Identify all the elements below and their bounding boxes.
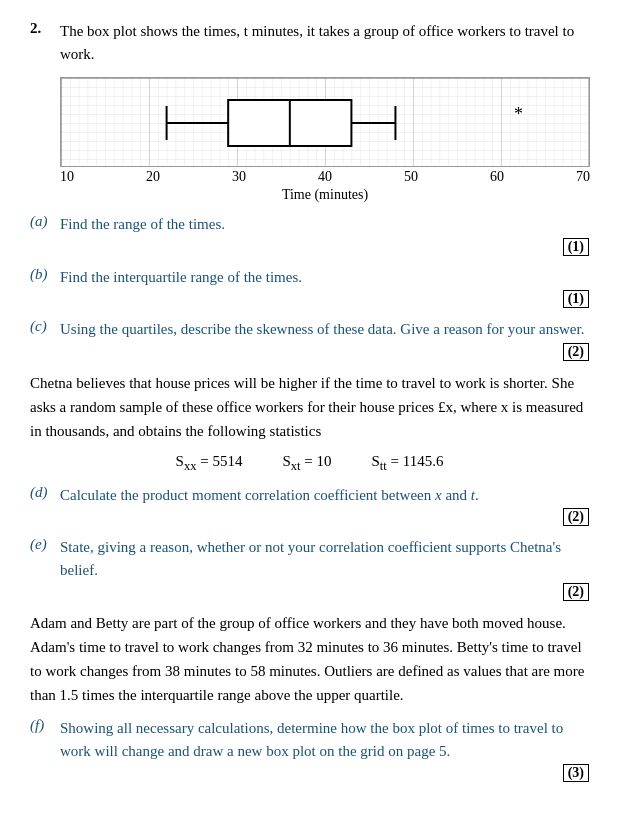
- part-f-label: (f): [30, 717, 60, 734]
- axis-label-40: 40: [318, 169, 332, 185]
- part-c-row: (c) Using the quartiles, describe the sk…: [30, 318, 589, 341]
- question-container: 2. The box plot shows the times, t minut…: [30, 20, 589, 782]
- part-b-text: Find the interquartile range of the time…: [60, 266, 589, 289]
- question-header: 2. The box plot shows the times, t minut…: [30, 20, 589, 65]
- part-e-row: (e) State, giving a reason, whether or n…: [30, 536, 589, 581]
- part-b-row: (b) Find the interquartile range of the …: [30, 266, 589, 289]
- part-c-marks-row: (2): [30, 343, 589, 361]
- question-intro: The box plot shows the times, t minutes,…: [60, 20, 589, 65]
- question-number: 2.: [30, 20, 50, 65]
- part-f-marks: (3): [563, 764, 589, 782]
- axis-labels: 10 20 30 40 50 60 70: [60, 167, 590, 187]
- boxplot-svg: *: [61, 78, 589, 167]
- axis-label-70: 70: [576, 169, 590, 185]
- part-f-marks-row: (3): [30, 764, 589, 782]
- boxplot-grid: *: [60, 77, 590, 167]
- axis-label-50: 50: [404, 169, 418, 185]
- part-a-row: (a) Find the range of the times.: [30, 213, 589, 236]
- boxplot-container: * 10 20 30 40 50 60 70 Time (minutes): [60, 77, 590, 203]
- part-a-label: (a): [30, 213, 60, 230]
- part-d-marks: (2): [563, 508, 589, 526]
- part-e-marks-row: (2): [30, 583, 589, 601]
- chetna-paragraph: Chetna believes that house prices will b…: [30, 371, 589, 443]
- axis-label-30: 30: [232, 169, 246, 185]
- part-c-label: (c): [30, 318, 60, 335]
- adam-betty-paragraph: Adam and Betty are part of the group of …: [30, 611, 589, 707]
- axis-label-10: 10: [60, 169, 74, 185]
- part-c-text: Using the quartiles, describe the skewne…: [60, 318, 589, 341]
- part-d-marks-row: (2): [30, 508, 589, 526]
- part-d-label: (d): [30, 484, 60, 501]
- axis-title: Time (minutes): [60, 187, 590, 203]
- stat-sxt: Sxt = 10: [282, 453, 331, 474]
- axis-label-20: 20: [146, 169, 160, 185]
- stat-stt: Stt = 1145.6: [371, 453, 443, 474]
- part-b-marks-row: (1): [30, 290, 589, 308]
- part-a-marks-row: (1): [30, 238, 589, 256]
- part-e-label: (e): [30, 536, 60, 553]
- stat-sxx: Sxx = 5514: [176, 453, 243, 474]
- part-d-text: Calculate the product moment correlation…: [60, 484, 589, 507]
- stats-row: Sxx = 5514 Sxt = 10 Stt = 1145.6: [30, 453, 589, 474]
- part-b-label: (b): [30, 266, 60, 283]
- part-f-text: Showing all necessary calculations, dete…: [60, 717, 589, 762]
- part-e-marks: (2): [563, 583, 589, 601]
- svg-text:*: *: [514, 104, 523, 124]
- part-f-row: (f) Showing all necessary calculations, …: [30, 717, 589, 762]
- part-a-marks: (1): [563, 238, 589, 256]
- part-a-text: Find the range of the times.: [60, 213, 589, 236]
- part-d-row: (d) Calculate the product moment correla…: [30, 484, 589, 507]
- part-c-marks: (2): [563, 343, 589, 361]
- part-b-marks: (1): [563, 290, 589, 308]
- part-e-text: State, giving a reason, whether or not y…: [60, 536, 589, 581]
- axis-label-60: 60: [490, 169, 504, 185]
